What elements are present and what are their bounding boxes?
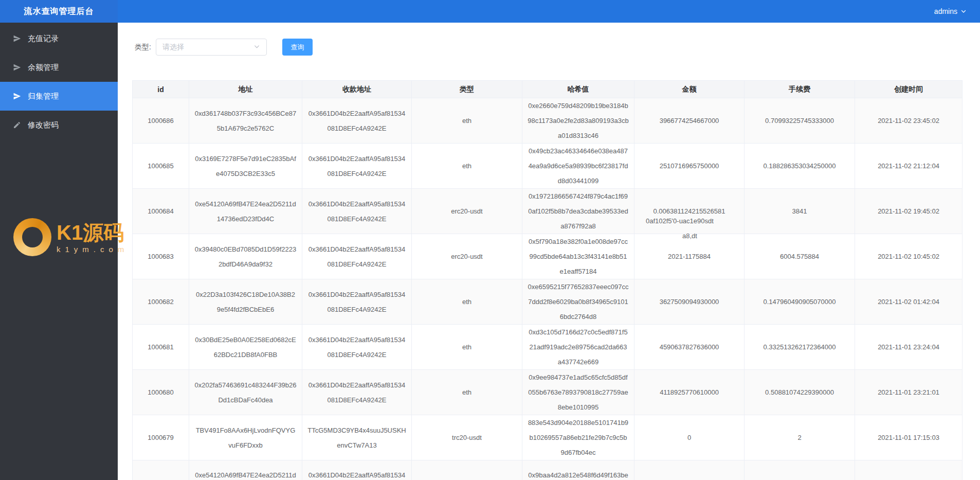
column-header-receive-address: 收款地址 <box>302 81 412 98</box>
cell-receive-address: 0x3661D04b2E2aaffA95af81534081D8EFc4A924… <box>302 234 412 279</box>
cell-hash: 0x9baa4d2a812e548f6d49f163bea209152aabd1… <box>522 460 634 480</box>
cell-address: 0x22D3a103f426C18De10A38B29e5f4fd2fBCbEb… <box>189 279 302 325</box>
cell-type: erc20-usdt <box>412 234 522 279</box>
cell-id: 1000678 <box>133 460 189 480</box>
table-row: 1000679TBV491Fo8AAx6HjLvodnFQVYGvuF6FDxx… <box>133 415 963 460</box>
type-filter-label: 类型: <box>135 43 151 52</box>
cell-amount: 4590637827636000 <box>634 325 745 370</box>
cell-hash: 0xe6595215f77652837eeec097cc7ddd2f8e6029… <box>522 279 634 325</box>
sidebar-item-label: 修改密码 <box>28 120 59 130</box>
sidebar-menu: 充值记录余额管理归集管理修改密码 <box>0 23 118 139</box>
table-header: id 地址 收款地址 类型 哈希值 金额 手续费 创建时间 <box>133 81 963 98</box>
filter-bar: 类型: 请选择 查询 <box>135 39 313 56</box>
cell-amount: 4118925770610000 <box>634 370 745 415</box>
edit-icon <box>12 121 21 130</box>
table-row: 10006830x39480c0EBd7085Dd1D59f22232bdfD4… <box>133 234 963 279</box>
column-header-id: id <box>133 81 189 98</box>
cell-address: 0xe54120A69fB47E24ea2D5211d14736edD23fDd… <box>189 189 302 234</box>
cell-created-at: 2021-11-02 10:45:02 <box>855 234 963 279</box>
main-content: 类型: 请选择 查询 id 地址 收款地址 类型 哈希值 金额 <box>118 23 980 480</box>
user-name: admins <box>934 7 957 15</box>
cell-created-at: 2021-11-01 13:45:02 <box>855 460 963 480</box>
cell-receive-address: 0x3661D04b2E2aaffA95af81534081D8EFc4A924… <box>302 325 412 370</box>
cell-fee: 0.70993225745333000 <box>745 98 855 144</box>
column-header-fee: 手续费 <box>745 81 855 98</box>
cell-amount: 0.005371860396718649 <box>634 460 745 480</box>
cell-id: 1000681 <box>133 325 189 370</box>
cell-created-at: 2021-11-01 23:24:04 <box>855 325 963 370</box>
cell-id: 1000683 <box>133 234 189 279</box>
cell-amount: 0.006381124215526581 <box>634 189 745 234</box>
cell-hash: 0x9ee984737e1ad5c65cfc5d85df055b6763e789… <box>522 370 634 415</box>
sidebar-item-recharge-records[interactable]: 充值记录 <box>0 24 118 53</box>
search-button[interactable]: 查询 <box>282 39 313 56</box>
cell-type: eth <box>412 370 522 415</box>
cell-address: 0xd361748b037F3c93c456BCe875b1A679c2e576… <box>189 98 302 144</box>
column-header-hash: 哈希值 <box>522 81 634 98</box>
send-icon <box>12 63 21 72</box>
table-row: 10006820x22D3a103f426C18De10A38B29e5f4fd… <box>133 279 963 325</box>
cell-receive-address: TTcG5MD3C9YB4x4suuJ5USKHenvCTw7A13 <box>302 415 412 460</box>
table-row: 10006860xd361748b037F3c93c456BCe875b1A67… <box>133 98 963 144</box>
cell-created-at: 2021-11-02 19:45:02 <box>855 189 963 234</box>
cell-address: 0x202fa57463691c483244F39b26Dd1cBDaFc40d… <box>189 370 302 415</box>
cell-id: 1000680 <box>133 370 189 415</box>
user-dropdown[interactable]: admins <box>934 7 967 15</box>
cell-address: 0x39480c0EBd7085Dd1D59f22232bdfD46A9da9f… <box>189 234 302 279</box>
table-row: 10006780xe54120A69fB47E24ea2D5211d14736e… <box>133 460 963 480</box>
topbar: admins <box>118 0 980 23</box>
cell-type: erc20-usdt <box>412 460 522 480</box>
cell-id: 1000682 <box>133 279 189 325</box>
cell-fee: 3841 <box>745 189 855 234</box>
cell-address: 0x30BdE25eB0A0E258Ed0682cE62BDc21DB8fA0F… <box>189 325 302 370</box>
column-header-created-at: 创建时间 <box>855 81 963 98</box>
cell-hash: 883e543d904e20188e5101741b9b10269557a86e… <box>522 415 634 460</box>
cell-hash: 0x5f790a18e382f0a1e008de97cc99cd5bde64ab… <box>522 234 634 279</box>
chevron-down-icon <box>253 43 260 52</box>
cell-id: 1000684 <box>133 189 189 234</box>
cell-receive-address: 0x3661D04b2E2aaffA95af81534081D8EFc4A924… <box>302 370 412 415</box>
cell-id: 1000685 <box>133 144 189 189</box>
cell-type: trc20-usdt <box>412 415 522 460</box>
send-icon <box>12 92 21 101</box>
sidebar-item-change-password[interactable]: 修改密码 <box>0 111 118 139</box>
cell-type: eth <box>412 279 522 325</box>
table-row: 10006810x30BdE25eB0A0E258Ed0682cE62BDc21… <box>133 325 963 370</box>
sidebar-item-label: 归集管理 <box>28 92 59 101</box>
cell-receive-address: 0x3661D04b2E2aaffA95af81534081D8EFc4A924… <box>302 279 412 325</box>
cell-receive-address: 0x3661D04b2E2aaffA95af81534081D8EFc4A924… <box>302 144 412 189</box>
cell-fee: 0.188286353034250000 <box>745 144 855 189</box>
column-header-type: 类型 <box>412 81 522 98</box>
cell-address: 0x3169E7278F5e7d91eC2835bAfe4075D3CB2E33… <box>189 144 302 189</box>
cell-created-at: 2021-11-01 17:15:03 <box>855 415 963 460</box>
type-select[interactable]: 请选择 <box>156 39 267 56</box>
cell-hash: 0xd3c105d7166d27c0c5edf871f521adf919adc2… <box>522 325 634 370</box>
column-header-amount: 金额 <box>634 81 745 98</box>
send-icon <box>12 34 21 43</box>
cell-fee: 6004.575884 <box>745 234 855 279</box>
cell-created-at: 2021-11-01 23:21:01 <box>855 370 963 415</box>
cell-hash: 0x49cb23ac46334646e038ea4874ea9a9d6ce5a9… <box>522 144 634 189</box>
sidebar-item-collection-management[interactable]: 归集管理 <box>0 82 118 111</box>
table-row: 10006800x202fa57463691c483244F39b26Dd1cB… <box>133 370 963 415</box>
cell-hash: 0x19721866567424f879c4ac1f690af102f5b8b7… <box>522 189 634 234</box>
table-body: 10006860xd361748b037F3c93c456BCe875b1A67… <box>133 98 963 480</box>
app-title: 流水查询管理后台 <box>0 0 118 23</box>
cell-amount: 3627509094930000 <box>634 279 745 325</box>
cell-address: TBV491Fo8AAx6HjLvodnFQVYGvuF6FDxxb <box>189 415 302 460</box>
cell-receive-address: 0x3661D04b2E2aaffA95af81534081D8EFc4A924… <box>302 98 412 144</box>
cell-receive-address: 0x3661D04b2E2aaffA95af81534081D8EFc4A924… <box>302 189 412 234</box>
sidebar-item-label: 余额管理 <box>28 63 59 73</box>
sidebar-item-balance-management[interactable]: 余额管理 <box>0 53 118 82</box>
cell-type: eth <box>412 325 522 370</box>
cell-created-at: 2021-11-02 21:12:04 <box>855 144 963 189</box>
cell-hash: 0xe2660e759d48209b19be3184b98c1173a0e2fe… <box>522 98 634 144</box>
type-select-placeholder: 请选择 <box>162 43 184 52</box>
cell-amount: 2510716965750000 <box>634 144 745 189</box>
collections-table: id 地址 收款地址 类型 哈希值 金额 手续费 创建时间 10006860xd… <box>132 80 962 480</box>
cell-fee: 2 <box>745 415 855 460</box>
cell-fee: 3842 <box>745 460 855 480</box>
cell-id: 1000679 <box>133 415 189 460</box>
cell-type: eth <box>412 144 522 189</box>
chevron-down-icon <box>960 8 967 14</box>
